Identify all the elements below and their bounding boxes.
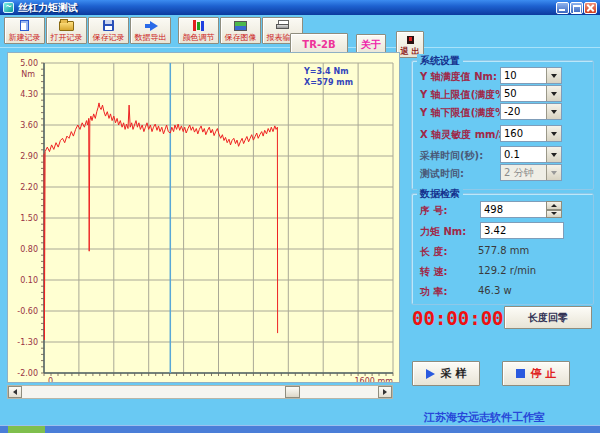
torque-chart: 5.004.303.602.902.201.500.800.10-0.60-1.… xyxy=(8,53,399,382)
chart-hscrollbar[interactable] xyxy=(7,385,393,399)
y-fullscale-label: Y 轴满度值 Nm: xyxy=(420,70,497,84)
sample-interval-label: 采样时间(秒): xyxy=(420,149,483,163)
length-label: 长 度: xyxy=(420,245,447,259)
chevron-down-icon[interactable] xyxy=(546,147,561,162)
spinner-up-icon[interactable] xyxy=(546,201,562,210)
minimize-button[interactable] xyxy=(556,2,569,14)
new-record-icon xyxy=(20,20,29,32)
export-arrow-icon xyxy=(144,20,158,32)
power-label: 功 率: xyxy=(420,285,447,299)
chevron-down-icon[interactable] xyxy=(546,68,561,83)
play-icon xyxy=(426,369,435,379)
chevron-down-icon xyxy=(546,165,561,180)
svg-text:1.50: 1.50 xyxy=(20,214,38,223)
svg-text:Nm: Nm xyxy=(21,70,35,79)
maximize-button[interactable] xyxy=(570,2,583,14)
serial-spinner[interactable] xyxy=(546,201,562,218)
color-adjust-icon xyxy=(193,20,204,32)
chevron-down-icon[interactable] xyxy=(546,104,561,119)
taskbar-start-edge xyxy=(8,426,45,433)
title-bar: ~ 丝杠力矩测试 xyxy=(0,0,600,15)
app-window: ~ 丝杠力矩测试 新建记录 打开记录 保存记录 数据导出 颜色调节 xyxy=(0,0,600,433)
settings-title: 系统设置 xyxy=(417,54,463,68)
length-value: 577.8 mm xyxy=(478,245,529,256)
svg-text:3.60: 3.60 xyxy=(20,121,38,130)
svg-text:2.20: 2.20 xyxy=(20,183,38,192)
chevron-down-icon[interactable] xyxy=(546,126,561,141)
torque-chart-panel[interactable]: 5.004.303.602.902.201.500.800.10-0.60-1.… xyxy=(7,52,400,383)
speed-label: 转 速: xyxy=(420,265,447,279)
save-image-icon xyxy=(234,20,247,32)
torque-label: 力矩 Nm: xyxy=(420,225,466,239)
y-lower-limit-combo[interactable]: -20 xyxy=(500,103,562,120)
scroll-right-arrow-icon[interactable] xyxy=(378,386,392,398)
exit-power-icon xyxy=(407,34,414,46)
x-sensitivity-combo[interactable]: 160 xyxy=(500,125,562,142)
window-title: 丝杠力矩测试 xyxy=(18,1,78,15)
taskbar-edge xyxy=(0,425,600,433)
toolbar: 新建记录 打开记录 保存记录 数据导出 颜色调节 保存图像 报表输出 TR-2B xyxy=(0,15,600,48)
test-duration-label: 测试时间: xyxy=(420,167,464,181)
open-record-button[interactable]: 打开记录 xyxy=(46,17,87,44)
save-disk-icon xyxy=(103,20,114,32)
speed-value: 129.2 r/min xyxy=(478,265,536,276)
svg-text:0: 0 xyxy=(48,377,53,382)
studio-credit: 江苏海安远志软件工作室 xyxy=(424,410,545,425)
open-folder-icon xyxy=(59,20,74,32)
y-upper-limit-combo[interactable]: 50 xyxy=(500,85,562,102)
chevron-down-icon[interactable] xyxy=(546,86,561,101)
svg-text:5.00: 5.00 xyxy=(20,59,38,68)
svg-text:1600 mm: 1600 mm xyxy=(355,377,394,382)
new-record-button[interactable]: 新建记录 xyxy=(4,17,45,44)
save-image-button[interactable]: 保存图像 xyxy=(220,17,261,44)
svg-text:-0.60: -0.60 xyxy=(17,307,38,316)
y-fullscale-combo[interactable]: 10 xyxy=(500,67,562,84)
color-adjust-button[interactable]: 颜色调节 xyxy=(178,17,219,44)
svg-text:4.30: 4.30 xyxy=(20,90,38,99)
test-duration-combo: 2 分钟 xyxy=(500,164,562,181)
svg-text:X=579 mm: X=579 mm xyxy=(304,78,353,87)
save-record-button[interactable]: 保存记录 xyxy=(88,17,129,44)
spinner-down-icon[interactable] xyxy=(546,210,562,219)
stop-button[interactable]: 停 止 xyxy=(502,361,570,386)
svg-text:2.90: 2.90 xyxy=(20,152,38,161)
power-value: 46.3 w xyxy=(478,285,512,296)
elapsed-timer: 00:00:00 xyxy=(412,307,504,329)
svg-text:-2.00: -2.00 xyxy=(17,369,38,378)
data-export-button[interactable]: 数据导出 xyxy=(130,17,171,44)
svg-text:Y=3.4 Nm: Y=3.4 Nm xyxy=(303,67,348,76)
svg-text:0.80: 0.80 xyxy=(20,245,38,254)
close-button[interactable] xyxy=(584,2,597,14)
app-icon: ~ xyxy=(3,2,14,13)
data-search-title: 数据检索 xyxy=(417,187,463,201)
svg-text:-1.30: -1.30 xyxy=(17,338,38,347)
length-reset-button[interactable]: 长度回零 xyxy=(504,306,592,329)
sample-interval-combo[interactable]: 0.1 xyxy=(500,146,562,163)
stop-square-icon xyxy=(516,369,525,378)
scrollbar-thumb[interactable] xyxy=(285,386,300,398)
serial-label: 序 号: xyxy=(420,204,447,218)
svg-text:0.10: 0.10 xyxy=(20,276,38,285)
torque-input[interactable] xyxy=(480,222,564,239)
sample-button[interactable]: 采 样 xyxy=(412,361,480,386)
printer-icon xyxy=(276,20,289,32)
scroll-left-arrow-icon[interactable] xyxy=(8,386,22,398)
